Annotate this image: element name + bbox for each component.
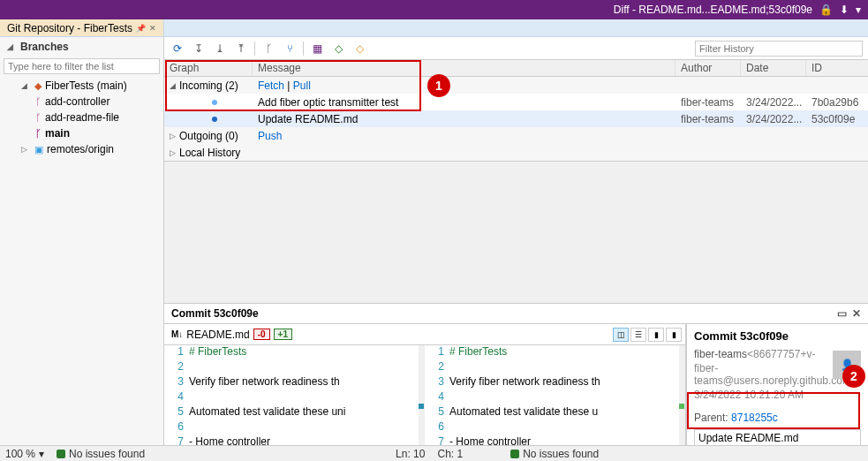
branch-item[interactable]: ᚴ add-readme-file xyxy=(0,110,163,125)
diff-left-pane[interactable]: 1# FiberTests23Verify fiber network read… xyxy=(164,345,425,445)
remotes-node[interactable]: ▷ ▣ remotes/origin xyxy=(0,141,163,157)
status-ok-icon xyxy=(510,450,519,458)
tag2-icon[interactable]: ◇ xyxy=(351,41,367,57)
branch-icon: ᚴ xyxy=(35,128,42,139)
diff-viewer: M↓ README.md -0 +1 ◫ ☰ ▮ ▮ xyxy=(164,324,686,445)
pin-icon[interactable]: 📌 xyxy=(136,24,146,33)
repo-icon: ◆ xyxy=(34,80,42,92)
section-outgoing[interactable]: ▷Outgoing (0) Push xyxy=(164,127,868,144)
code-line[interactable]: 4 xyxy=(425,390,684,405)
code-line[interactable]: 5Automated test validate these u xyxy=(425,405,684,420)
parent-link[interactable]: 8718255c xyxy=(731,412,778,424)
tag-icon[interactable]: ◇ xyxy=(330,41,346,57)
view-inline[interactable]: ☰ xyxy=(630,328,646,342)
code-line[interactable]: 3Verify fiber network readiness th xyxy=(164,375,424,390)
commit-row[interactable]: Add fiber optic transmitter test fiber-t… xyxy=(164,94,868,110)
push-link[interactable]: Push xyxy=(258,130,282,142)
badge-deletions: -0 xyxy=(253,329,270,340)
code-line[interactable]: 2 xyxy=(425,360,684,375)
history-panel: ⟳ ↧ ⤓ ⤒ ᚴ ⑂ ▦ ◇ ◇ Graph Message Author D… xyxy=(164,37,868,445)
code-line[interactable]: 2 xyxy=(164,360,424,375)
down-icon[interactable]: ⬇ xyxy=(840,4,849,16)
tab-git-repository[interactable]: Git Repository - FiberTests 📌 ✕ xyxy=(0,19,164,36)
view-next[interactable]: ▮ xyxy=(666,328,682,342)
branches-header: ◢ Branches xyxy=(0,37,163,57)
pull-icon[interactable]: ⤓ xyxy=(212,41,228,57)
title-bar: Diff - README.md...EADME.md;53c0f09e 🔒 ⬇… xyxy=(0,0,868,19)
markdown-icon: M↓ xyxy=(171,329,183,339)
branch-icon[interactable]: ᚴ xyxy=(260,41,276,57)
lock-icon: 🔒 xyxy=(819,4,833,16)
tab-strip: Git Repository - FiberTests 📌 ✕ xyxy=(0,19,868,37)
refresh-icon[interactable]: ⟳ xyxy=(170,41,185,57)
diff-file-tab[interactable]: M↓ README.md -0 +1 xyxy=(168,327,296,343)
code-line[interactable]: 7- Home controller xyxy=(425,435,684,445)
code-line[interactable]: 1# FiberTests xyxy=(425,345,684,360)
tab-label: Git Repository - FiberTests xyxy=(7,22,132,34)
push-icon[interactable]: ⤒ xyxy=(233,41,249,57)
branch-filter-input[interactable] xyxy=(4,58,160,74)
status-ok-icon xyxy=(57,450,65,458)
code-line[interactable]: 4 xyxy=(164,390,424,405)
view-prev[interactable]: ▮ xyxy=(648,328,664,342)
branch-item-main[interactable]: ᚴ main xyxy=(0,125,163,141)
minimize-icon[interactable]: ▭ xyxy=(837,307,847,320)
overflow-icon[interactable]: ▾ xyxy=(856,4,861,16)
col-date[interactable]: Date xyxy=(741,60,806,76)
commit-row-selected[interactable]: Update README.md fiber-teams 3/24/2022..… xyxy=(164,110,868,127)
close-icon[interactable]: ✕ xyxy=(852,307,861,320)
code-line[interactable]: 5Automated test validate these uni xyxy=(164,405,424,420)
collapse-icon[interactable]: ◢ xyxy=(7,42,13,51)
status-bar: 100 % ▾ No issues found Ln: 10 Ch: 1 No … xyxy=(0,445,868,461)
zoom-control[interactable]: 100 % ▾ xyxy=(5,448,44,460)
branch-item[interactable]: ᚴ add-controller xyxy=(0,94,163,110)
commit-details-header: Commit 53c0f09e ▭ ✕ xyxy=(164,304,868,324)
repo-node[interactable]: ◢ ◆ FiberTests (main) xyxy=(0,78,163,94)
diff-right-pane[interactable]: 1# FiberTests23Verify fiber network read… xyxy=(425,345,685,445)
line-indicator[interactable]: Ln: 10 xyxy=(396,448,425,460)
commit-metadata-panel: Commit 53c0f09e 👤 fiber-teams<86677757+v… xyxy=(686,324,868,445)
section-local-history[interactable]: ▷Local History xyxy=(164,144,868,161)
branch-icon: ᚴ xyxy=(35,112,42,123)
commit-details-pane: Commit 53c0f09e ▭ ✕ M↓ README.md -0 +1 xyxy=(164,303,868,445)
annotation-callout-1: 1 xyxy=(427,74,450,97)
history-toolbar: ⟳ ↧ ⤓ ⤒ ᚴ ⑂ ▦ ◇ ◇ xyxy=(164,37,868,60)
code-line[interactable]: 3Verify fiber network readiness th xyxy=(425,375,684,390)
filter-history-input[interactable] xyxy=(695,41,863,57)
expand-icon[interactable]: ▷ xyxy=(21,145,27,154)
collapse-icon[interactable]: ◢ xyxy=(21,81,27,90)
close-icon[interactable]: ✕ xyxy=(149,24,156,33)
merge-icon[interactable]: ⑂ xyxy=(282,41,298,57)
section-incoming[interactable]: ◢Incoming (2) Fetch | Pull xyxy=(164,77,868,94)
history-columns: Graph Message Author Date ID xyxy=(164,60,868,77)
issues-status-2[interactable]: No issues found xyxy=(523,448,599,460)
code-line[interactable]: 6 xyxy=(425,420,684,435)
col-id[interactable]: ID xyxy=(806,60,868,76)
commit-message-box[interactable]: Update README.md xyxy=(694,429,861,445)
cloud-icon: ▣ xyxy=(34,144,43,155)
annotation-callout-2: 2 xyxy=(842,365,865,388)
title-diff-text: Diff - README.md...EADME.md;53c0f09e xyxy=(614,4,812,16)
code-line[interactable]: 1# FiberTests xyxy=(164,345,424,360)
badge-additions: +1 xyxy=(274,329,292,340)
col-author[interactable]: Author xyxy=(676,60,741,76)
char-indicator[interactable]: Ch: 1 xyxy=(437,448,463,460)
commit-title: Commit 53c0f09e xyxy=(687,324,868,348)
view-side-by-side[interactable]: ◫ xyxy=(613,328,629,342)
fetch-link[interactable]: Fetch xyxy=(258,79,284,92)
col-graph[interactable]: Graph xyxy=(164,60,253,76)
branch-icon: ᚴ xyxy=(35,96,42,107)
code-line[interactable]: 6 xyxy=(164,420,424,435)
branches-sidebar: ◢ Branches ◢ ◆ FiberTests (main) ᚴ add-c… xyxy=(0,37,164,445)
pull-link[interactable]: Pull xyxy=(293,79,311,92)
col-message[interactable]: Message xyxy=(253,60,676,76)
fetch-icon[interactable]: ↧ xyxy=(191,41,207,57)
code-line[interactable]: 7- Home controller xyxy=(164,435,424,445)
filter-icon[interactable]: ▦ xyxy=(309,41,325,57)
issues-status[interactable]: No issues found xyxy=(69,448,145,460)
